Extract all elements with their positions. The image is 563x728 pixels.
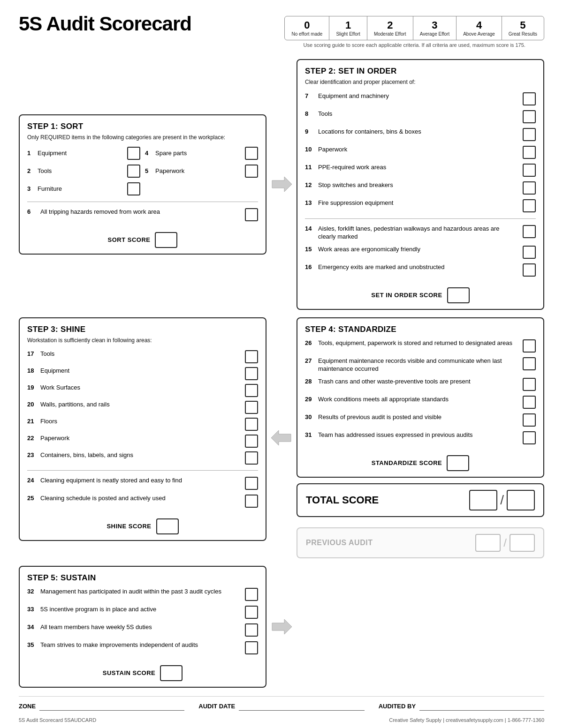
score-guide-bar2: 0No effort made1Slight Effort2Moderate E…: [284, 16, 544, 40]
step2-item-9: 9 Locations for containers, bins & boxes: [305, 126, 536, 143]
step3-score-box[interactable]: [156, 518, 179, 534]
step2-item-8-checkbox[interactable]: [523, 110, 536, 123]
svg-marker-2: [272, 619, 292, 634]
sort-item-6: 6 All tripping hazards removed from work…: [27, 206, 258, 224]
step4-score-label: Standardize Score: [372, 459, 442, 466]
sort-item-5-label: Paperwork: [155, 167, 184, 174]
step3-divider: [27, 470, 258, 471]
step3-item-17-checkbox[interactable]: [245, 350, 258, 363]
score-guide-cell2-1: 1Slight Effort: [329, 16, 367, 40]
step5-item-34-checkbox[interactable]: [245, 623, 258, 637]
step5-score-box[interactable]: [160, 665, 183, 681]
step2-item-16: 16 Emergency exits are marked and unobst…: [305, 261, 536, 279]
step4-score-box[interactable]: [447, 455, 469, 471]
total-score-section: Total Score /: [297, 483, 544, 517]
sort-item-2-checkbox[interactable]: [127, 165, 140, 178]
total-score-box-2[interactable]: [507, 490, 535, 510]
step3-item-19-checkbox[interactable]: [245, 384, 258, 397]
header-row: 5S Audit Scorecard0No effort made1Slight…: [19, 14, 544, 56]
step5-score-row: Sustain Score: [27, 661, 258, 681]
sort-item-4: 4 Spare parts: [145, 145, 258, 161]
row3: Step 5: Sustain 32 Management has partic…: [19, 566, 544, 688]
step4-item-30: 30 Results of previous audit is posted a…: [305, 411, 536, 429]
step3-item-23-checkbox[interactable]: [245, 451, 258, 465]
step5-item-33: 33 5S incentive program is in place and …: [27, 603, 258, 621]
step2-item-11-checkbox[interactable]: [523, 164, 536, 177]
total-score-box-1[interactable]: [469, 490, 497, 510]
step3-item-19: 19 Work Surfaces: [27, 382, 258, 399]
step3-item-24-checkbox[interactable]: [245, 477, 258, 490]
sort-score-label: Sort Score: [108, 236, 151, 243]
step3-item-21-checkbox[interactable]: [245, 418, 258, 431]
audited-by-line[interactable]: [419, 702, 544, 711]
row2: Step 3: Shine Workstation is sufficientl…: [19, 317, 544, 558]
step4-item-26-checkbox[interactable]: [523, 339, 536, 353]
audit-date-label: Audit Date: [198, 703, 235, 710]
step2-item-10: 10 Paperwork: [305, 143, 536, 161]
step3-item-18-checkbox[interactable]: [245, 367, 258, 380]
step2-item-11: 11 PPE-required work areas: [305, 161, 536, 179]
sort-item-3-checkbox[interactable]: [127, 182, 140, 195]
step5-item-33-checkbox[interactable]: [245, 606, 258, 619]
sort-item-5-num: 5: [145, 167, 152, 174]
sort-item-6-checkbox[interactable]: [245, 208, 258, 221]
step5-item-35-checkbox[interactable]: [245, 641, 258, 654]
step3-item-20: 20 Walls, partitions, and rails: [27, 399, 258, 416]
step4-item-26: 26 Tools, equipment, paperwork is stored…: [305, 337, 536, 355]
previous-audit-box-1[interactable]: [475, 534, 501, 552]
arrow2: [270, 429, 293, 446]
step4-item-29-checkbox[interactable]: [523, 396, 536, 409]
previous-audit-box-2[interactable]: [510, 534, 535, 552]
step2-item-10-checkbox[interactable]: [523, 146, 536, 159]
step2-item-14-checkbox[interactable]: [523, 225, 536, 238]
step3-item-17: 17 Tools: [27, 348, 258, 365]
sort-item-4-checkbox[interactable]: [245, 147, 258, 160]
step4-item-27: 27 Equipment maintenance records visible…: [305, 355, 536, 375]
sort-item-5-checkbox[interactable]: [245, 165, 258, 178]
step2-item-15-checkbox[interactable]: [523, 246, 536, 259]
step2-item-9-checkbox[interactable]: [523, 128, 536, 141]
step2-item-7-checkbox[interactable]: [523, 92, 536, 105]
previous-audit-slash: /: [503, 536, 507, 549]
step4-item-27-checkbox[interactable]: [523, 357, 536, 370]
step5-item-35: 35 Team strives to make improvements ind…: [27, 639, 258, 657]
step3-subtitle: Workstation is sufficiently clean in fol…: [27, 337, 258, 344]
step5-item-32-checkbox[interactable]: [245, 588, 258, 601]
step3-score-label: Shine Score: [107, 523, 151, 530]
sort-item-5: 5 Paperwork: [145, 163, 258, 179]
sort-score-box[interactable]: [155, 232, 177, 248]
step5-section: Step 5: Sustain 32 Management has partic…: [19, 566, 266, 688]
step3-item-24: 24 Cleaning equipment is neatly stored a…: [27, 474, 258, 492]
step4-score-row: Standardize Score: [305, 451, 536, 471]
step4-item-30-checkbox[interactable]: [523, 413, 536, 427]
sort-score-row: Sort Score: [27, 228, 258, 248]
arrow-right-2-icon: [270, 618, 293, 635]
sort-divider: [27, 202, 258, 202]
step3-item-20-checkbox[interactable]: [245, 401, 258, 414]
sort-item-6-label: All tripping hazards removed from work a…: [40, 208, 237, 216]
step2-items: 7 Equipment and machinery 8 Tools 9 Loca…: [305, 90, 536, 279]
step4-item-28-checkbox[interactable]: [523, 378, 536, 391]
previous-audit-boxes: /: [475, 534, 535, 552]
step4-item-31-checkbox[interactable]: [523, 431, 536, 444]
zone-label: Zone: [19, 703, 36, 710]
sort-item-1-checkbox[interactable]: [127, 147, 140, 160]
score-guide-cell2-3: 3Average Effort: [413, 16, 457, 40]
sort-item-3: 3 Furniture: [27, 181, 140, 197]
step2-item-12-checkbox[interactable]: [523, 181, 536, 195]
previous-audit-label: Previous Audit: [306, 539, 373, 547]
audit-date-line[interactable]: [239, 702, 365, 711]
score-guide-cell2-5: 5Great Results: [502, 16, 544, 40]
step2-item-16-checkbox[interactable]: [523, 263, 536, 277]
page-title: 5S Audit Scorecard: [19, 14, 191, 34]
bottom-bar: 5S Audit Scorecard 5SAUDCARD Creative Sa…: [19, 717, 544, 723]
step3-item-22-checkbox[interactable]: [245, 435, 258, 448]
step2-score-box[interactable]: [447, 287, 470, 303]
zone-line[interactable]: [39, 702, 184, 711]
step3-item-25-checkbox[interactable]: [245, 495, 258, 508]
step2-item-8: 8 Tools: [305, 108, 536, 126]
step2-subtitle: Clear identification and proper placemen…: [305, 79, 536, 85]
step2-item-13-checkbox[interactable]: [523, 199, 536, 212]
step2-divider: [305, 218, 536, 219]
svg-marker-1: [271, 430, 291, 445]
